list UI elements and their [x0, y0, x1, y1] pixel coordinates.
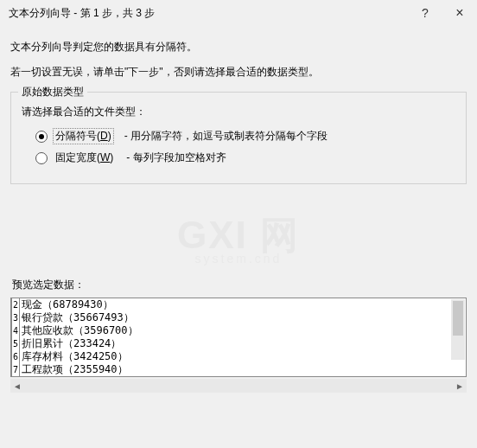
scroll-left-icon[interactable]: ◄ [10, 379, 24, 393]
watermark-sub: system.cnd [177, 253, 300, 265]
preview-listbox[interactable]: 2现金（68789430）3银行贷款（35667493）4其他应收款（35967… [10, 298, 467, 377]
row-number: 2 [11, 298, 20, 312]
watermark: GXI 网 system.cnd [177, 216, 300, 265]
preview-row[interactable]: 6库存材料（3424250） [11, 350, 466, 363]
preview-row[interactable]: 4其他应收款（3596700） [11, 324, 466, 337]
row-number: 4 [11, 324, 20, 338]
preview-row[interactable]: 7工程款项（2355940） [11, 363, 466, 376]
radio-delimited[interactable]: 分隔符号(D) - 用分隔字符，如逗号或制表符分隔每个字段 [35, 128, 457, 144]
row-text: 现金（68789430） [20, 298, 113, 311]
row-text: 其他应收款（3596700） [20, 324, 138, 337]
row-number: 3 [11, 311, 20, 325]
preview-row[interactable]: 5折旧累计（233424） [11, 337, 466, 350]
row-number: 5 [11, 337, 20, 351]
vertical-scrollbar[interactable] [451, 299, 465, 360]
row-text: 工程款项（2355940） [20, 363, 128, 376]
preview-label: 预览选定数据： [12, 278, 467, 292]
row-number: 6 [11, 350, 20, 364]
dialog-body: 文本分列向导判定您的数据具有分隔符。 若一切设置无误，请单击"下一步"，否则请选… [0, 26, 477, 393]
row-text: 银行贷款（35667493） [20, 311, 134, 324]
watermark-main: GXI 网 [177, 216, 300, 254]
group-prompt: 请选择最合适的文件类型： [22, 105, 457, 119]
row-text: 折旧累计（233424） [20, 337, 121, 350]
window-title: 文本分列向导 - 第 1 步，共 3 步 [9, 6, 408, 21]
radio-icon [35, 152, 48, 164]
radio-delimited-label: 分隔符号(D) [53, 128, 114, 144]
original-data-type-group: 原始数据类型 请选择最合适的文件类型： 分隔符号(D) - 用分隔字符，如逗号或… [10, 92, 467, 184]
radio-fixed-width-desc: - 每列字段加空格对齐 [126, 150, 226, 165]
preview-row[interactable]: 3银行贷款（35667493） [11, 311, 466, 324]
radio-fixed-width[interactable]: 固定宽度(W) - 每列字段加空格对齐 [35, 150, 457, 166]
radio-icon [35, 131, 48, 143]
help-button[interactable]: ? [408, 0, 442, 26]
radio-fixed-width-label: 固定宽度(W) [53, 150, 116, 166]
horizontal-scrollbar[interactable]: ◄ ► [10, 379, 467, 393]
preview-row[interactable]: 2现金（68789430） [11, 298, 466, 311]
scroll-right-icon[interactable]: ► [453, 379, 467, 393]
scrollbar-thumb[interactable] [453, 301, 463, 336]
intro-line-1: 文本分列向导判定您的数据具有分隔符。 [10, 40, 467, 54]
row-number: 7 [11, 363, 20, 377]
close-button[interactable]: × [442, 0, 477, 26]
row-text: 库存材料（3424250） [20, 350, 128, 363]
preview-area: 2现金（68789430）3银行贷款（35667493）4其他应收款（35967… [10, 298, 467, 393]
titlebar: 文本分列向导 - 第 1 步，共 3 步 ? × [0, 0, 477, 26]
group-legend: 原始数据类型 [18, 85, 87, 99]
radio-delimited-desc: - 用分隔字符，如逗号或制表符分隔每个字段 [124, 129, 328, 144]
intro-line-2: 若一切设置无误，请单击"下一步"，否则请选择最合适的数据类型。 [10, 65, 467, 80]
